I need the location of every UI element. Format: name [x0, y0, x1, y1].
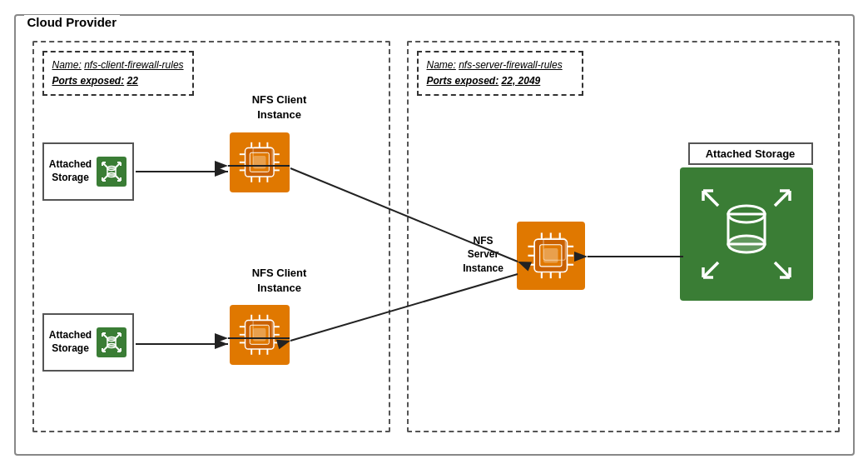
left-fw-ports-label: Ports exposed:	[52, 75, 125, 87]
cloud-provider-title: Cloud Provider	[24, 15, 121, 29]
right-fw-ports-label: Ports exposed:	[427, 75, 499, 87]
left-fw-name: Name: nfs-client-firewall-rules	[52, 57, 184, 73]
right-fw-name: Name: nfs-server-firewall-rules	[427, 57, 573, 73]
nfs-client-chip-1	[230, 132, 290, 192]
nfs-client-2-label: NFS ClientInstance	[234, 266, 325, 296]
nfs-client-chip-2	[230, 305, 290, 365]
nfs-server-label: NFSServerInstance	[450, 234, 517, 276]
svg-point-15	[107, 172, 116, 177]
svg-rect-61	[253, 328, 265, 341]
svg-rect-79	[543, 248, 558, 262]
left-fw-ports: Ports exposed: 22	[52, 73, 184, 89]
svg-line-90	[775, 262, 790, 277]
right-storage-label-box: Attached Storage	[688, 142, 813, 165]
svg-line-81	[703, 191, 718, 206]
storage-icon-1	[97, 157, 126, 187]
left-fw-name-label: Name:	[52, 59, 82, 71]
left-region-arrows	[34, 42, 389, 431]
svg-marker-63	[34, 42, 41, 47]
svg-rect-30	[253, 156, 265, 168]
attached-storage-1: AttachedStorage	[42, 142, 134, 201]
storage-cylinder-icon-2	[101, 332, 122, 353]
svg-line-84	[775, 191, 790, 206]
svg-marker-98	[16, 16, 22, 21]
left-region: Name: nfs-client-firewall-rules Ports ex…	[32, 41, 390, 432]
right-storage-label: Attached Storage	[706, 147, 796, 160]
svg-marker-64	[34, 42, 41, 47]
left-fw-name-value: nfs-client-firewall-rules	[84, 59, 183, 71]
svg-line-87	[703, 262, 718, 277]
right-fw-name-label: Name:	[427, 59, 456, 71]
nfs-server-chip	[517, 222, 585, 290]
left-firewall-box: Name: nfs-client-firewall-rules Ports ex…	[42, 51, 194, 96]
svg-point-96	[728, 236, 765, 252]
right-fw-name-value: nfs-server-firewall-rules	[459, 59, 562, 71]
right-firewall-box: Name: nfs-server-firewall-rules Ports ex…	[417, 51, 583, 96]
right-region: Name: nfs-server-firewall-rules Ports ex…	[407, 41, 840, 432]
cloud-provider-container: Cloud Provider Name: nfs-client-firewall…	[14, 14, 855, 456]
storage-icon-2	[97, 327, 126, 357]
right-fw-ports: Ports exposed: 22, 2049	[427, 73, 573, 89]
attached-storage-2: AttachedStorage	[42, 313, 134, 372]
left-fw-ports-value: 22	[127, 75, 138, 87]
nfs-client-1-label: NFS ClientInstance	[234, 92, 325, 122]
attached-storage-1-label: AttachedStorage	[49, 158, 92, 184]
storage-cylinder-icon-1	[101, 161, 122, 182]
chip-icon-svg-2	[236, 311, 284, 359]
right-fw-ports-value: 22, 2049	[502, 75, 541, 87]
chip-icon-svg-1	[236, 138, 284, 187]
chip-icon-svg-server	[523, 228, 578, 283]
attached-storage-large	[680, 167, 813, 301]
svg-marker-97	[409, 42, 415, 47]
attached-storage-2-label: AttachedStorage	[49, 329, 92, 355]
storage-large-icon	[697, 184, 796, 284]
